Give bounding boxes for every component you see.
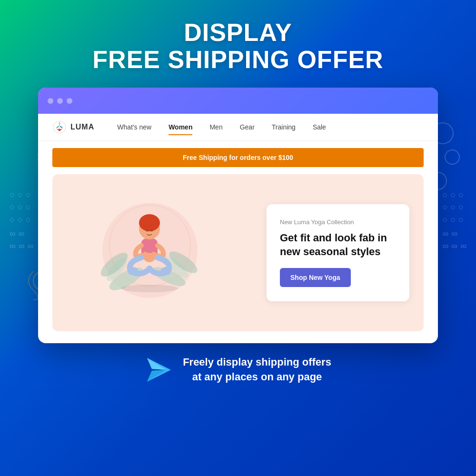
shop-new-yoga-button[interactable]: Shop New Yoga (280, 268, 351, 287)
store-navigation: What's new Women Men Gear Training Sale (109, 119, 335, 135)
tagline-line1: Freely display shipping offers (183, 355, 331, 370)
yoga-illustration (88, 184, 231, 322)
headline-line1: DISPLAY (92, 19, 383, 46)
svg-point-19 (144, 253, 155, 262)
headline-block: DISPLAY FREE SHIPPING OFFER (92, 19, 383, 73)
browser-dot-1 (48, 98, 53, 104)
hero-card-title: Get fit and look fab in new seasonal sty… (280, 231, 396, 258)
nav-item-women[interactable]: Women (160, 119, 201, 135)
nav-item-training[interactable]: Training (263, 119, 304, 135)
svg-point-22 (121, 285, 178, 292)
svg-point-16 (144, 223, 155, 230)
main-content: DISPLAY FREE SHIPPING OFFER LUMA (0, 0, 476, 404)
store-logo-text: LUMA (70, 123, 94, 131)
tagline-line2: at any places on any page (183, 370, 331, 385)
shipping-banner: Free Shipping for orders over $100 (52, 148, 424, 167)
browser-topbar (38, 88, 438, 114)
browser-mockup: LUMA What's new Women Men Gear Training … (38, 88, 438, 343)
luma-logo-icon (52, 120, 67, 134)
hero-card: New Luma Yoga Collection Get fit and loo… (267, 204, 409, 301)
nav-item-gear[interactable]: Gear (231, 119, 263, 135)
store-navbar: LUMA What's new Women Men Gear Training … (38, 114, 438, 141)
bottom-tagline: Freely display shipping offers at any pl… (145, 355, 331, 394)
store-logo: LUMA (52, 120, 94, 134)
hero-card-subtitle: New Luma Yoga Collection (280, 218, 396, 226)
svg-marker-25 (147, 358, 166, 370)
hero-section: New Luma Yoga Collection Get fit and loo… (52, 174, 424, 331)
svg-point-17 (146, 229, 148, 232)
hero-illustration (52, 174, 267, 331)
paper-plane-icon (145, 356, 173, 384)
browser-dot-3 (67, 98, 72, 104)
nav-item-sale[interactable]: Sale (304, 119, 335, 135)
headline-line2: FREE SHIPPING OFFER (92, 46, 383, 73)
nav-item-men[interactable]: Men (201, 119, 231, 135)
nav-item-whats-new[interactable]: What's new (109, 119, 160, 135)
browser-dot-2 (57, 98, 63, 104)
svg-marker-24 (147, 370, 166, 382)
tagline-text: Freely display shipping offers at any pl… (183, 355, 331, 385)
svg-point-18 (151, 229, 153, 232)
